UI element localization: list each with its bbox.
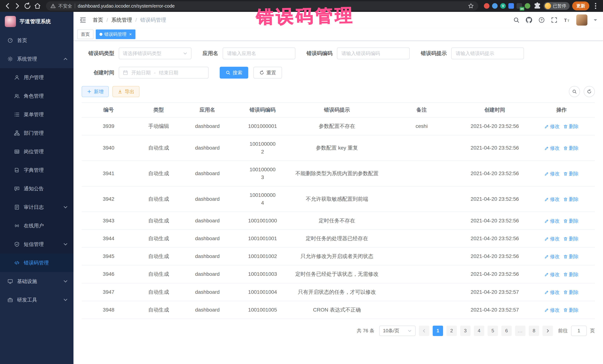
browser-update-button[interactable]: 更新: [572, 1, 589, 10]
fullscreen-icon[interactable]: [551, 17, 557, 23]
page-button-5[interactable]: 5: [487, 326, 498, 336]
delete-link[interactable]: 删除: [563, 196, 579, 203]
help-icon[interactable]: ?: [538, 17, 545, 23]
page-size-select[interactable]: 10条/页: [379, 326, 416, 336]
delete-link[interactable]: 删除: [563, 271, 579, 278]
error-type-select[interactable]: 请选择错误码类型: [119, 47, 191, 59]
sidebar-item-user[interactable]: 用户管理: [0, 68, 73, 87]
tag-error-code[interactable]: 错误码管理×: [96, 30, 135, 39]
github-icon[interactable]: [526, 17, 532, 23]
address-bar[interactable]: 不安全 dashboard.yudao.iocoder.cn/system/er…: [46, 1, 478, 11]
page-button-1[interactable]: 1: [433, 326, 443, 336]
cell-type: 自动生成: [135, 161, 182, 186]
column-header: 备注: [382, 102, 462, 117]
edit-link[interactable]: 修改: [544, 307, 560, 314]
browser-menu-icon[interactable]: [592, 2, 599, 10]
sidebar-toggle-icon[interactable]: [79, 16, 86, 23]
sidebar-item-infra[interactable]: 基础设施: [0, 272, 73, 291]
sidebar-item-post[interactable]: 岗位管理: [0, 142, 73, 161]
cell-code: 1001000003: [233, 161, 292, 186]
announcement-icon: [14, 186, 20, 191]
delete-link[interactable]: 删除: [563, 289, 579, 296]
range-separator: -: [154, 70, 156, 76]
sidebar-item-audit-log[interactable]: 审计日志: [0, 198, 73, 217]
extension-dark-icon[interactable]: on: [517, 3, 522, 9]
logo-image: [5, 16, 16, 27]
search-button[interactable]: 搜索: [220, 67, 248, 78]
export-button[interactable]: 导出: [112, 86, 139, 97]
prev-page-button[interactable]: [419, 326, 429, 336]
sidebar-item-online-user[interactable]: 在线用户: [0, 217, 73, 235]
delete-link[interactable]: 删除: [563, 217, 579, 225]
sidebar-item-dict[interactable]: 字典管理: [0, 161, 73, 179]
toggle-search-button[interactable]: [569, 86, 580, 97]
delete-link[interactable]: 删除: [563, 253, 579, 260]
edit-link[interactable]: 修改: [544, 235, 560, 243]
reset-button[interactable]: 重置: [254, 67, 282, 78]
delete-link[interactable]: 删除: [563, 144, 579, 152]
page-button-4[interactable]: 4: [474, 326, 484, 336]
sidebar-item-devtools[interactable]: 研发工具: [0, 291, 73, 309]
refresh-table-button[interactable]: [584, 86, 595, 97]
edit-link[interactable]: 修改: [544, 196, 560, 203]
extension-v-icon[interactable]: V: [500, 3, 506, 9]
sidebar-item-sms[interactable]: 短信管理: [0, 235, 73, 254]
edit-link[interactable]: 修改: [544, 123, 560, 130]
font-size-icon[interactable]: TT: [564, 17, 570, 23]
more-pages-button[interactable]: ...: [515, 326, 525, 336]
sidebar-item-menu[interactable]: 菜单管理: [0, 105, 73, 124]
error-hint-input[interactable]: [451, 47, 524, 59]
chevron-down-icon[interactable]: [594, 19, 597, 22]
error-code-input[interactable]: [337, 47, 410, 59]
extension-red-icon[interactable]: [484, 3, 489, 9]
edit-link[interactable]: 修改: [544, 253, 560, 260]
next-page-button[interactable]: [543, 326, 553, 336]
edit-link[interactable]: 修改: [544, 170, 560, 177]
extension-grid-icon[interactable]: [508, 3, 514, 9]
extension-blue-icon[interactable]: [492, 3, 498, 9]
browser-home-button[interactable]: [34, 2, 41, 10]
edit-link[interactable]: 修改: [544, 144, 560, 152]
delete-link[interactable]: 删除: [563, 307, 579, 314]
puzzle-icon[interactable]: [533, 2, 541, 10]
browser-reload-button[interactable]: [24, 2, 31, 10]
page-button-2[interactable]: 2: [446, 326, 457, 336]
add-button[interactable]: 新增: [82, 86, 109, 97]
browser-forward-button[interactable]: [14, 2, 21, 10]
tag-home[interactable]: 首页: [77, 30, 93, 39]
error-code-table: 编号类型应用名错误码编码错误码提示备注创建时间操作 3939手动编辑dashbo…: [82, 102, 595, 319]
delete-link[interactable]: 删除: [563, 235, 579, 243]
table-row: 3944自动生成dashboard1001001001定时任务的处理器已经存在2…: [82, 230, 595, 247]
table-row: 3939手动编辑dashboard1001000001参数配置不存在ceshi2…: [82, 117, 595, 135]
breadcrumb-system[interactable]: 系统管理: [111, 16, 132, 23]
page-button-8[interactable]: 8: [529, 326, 539, 336]
edit-link[interactable]: 修改: [544, 289, 560, 296]
delete-link[interactable]: 删除: [563, 170, 579, 177]
goto-page-input[interactable]: [571, 326, 587, 336]
page-button-6[interactable]: 6: [501, 326, 512, 336]
breadcrumb-home[interactable]: 首页: [93, 16, 103, 23]
browser-back-button[interactable]: [4, 2, 11, 10]
page-button-3[interactable]: 3: [460, 326, 471, 336]
security-label: 不安全: [58, 3, 72, 9]
user-avatar[interactable]: [576, 14, 587, 26]
search-icon[interactable]: [513, 17, 520, 23]
column-header: 错误码编码: [233, 102, 292, 117]
date-range-picker[interactable]: 开始日期 - 结束日期: [119, 67, 209, 78]
app-name-input[interactable]: [223, 47, 295, 59]
edit-link[interactable]: 修改: [544, 271, 560, 278]
sidebar-item-role[interactable]: 角色管理: [0, 87, 73, 105]
edit-link[interactable]: 修改: [544, 217, 560, 225]
sidebar-item-error-code[interactable]: 错误码管理: [0, 254, 73, 272]
sidebar-item-dept[interactable]: 部门管理: [0, 124, 73, 142]
sidebar-item-system[interactable]: 系统管理: [0, 50, 73, 68]
sidebar-item-home[interactable]: 首页: [0, 31, 73, 50]
sidebar-item-notice[interactable]: 通知公告: [0, 179, 73, 198]
browser-profile-chip[interactable]: 已暂停: [544, 2, 570, 10]
bookmark-star-icon[interactable]: [468, 3, 474, 9]
extension-green-icon[interactable]: [525, 3, 530, 9]
delete-link[interactable]: 删除: [563, 123, 579, 130]
close-icon[interactable]: ×: [129, 32, 132, 37]
cell-app: dashboard: [182, 135, 233, 161]
logo[interactable]: 芋道管理系统: [0, 12, 73, 31]
